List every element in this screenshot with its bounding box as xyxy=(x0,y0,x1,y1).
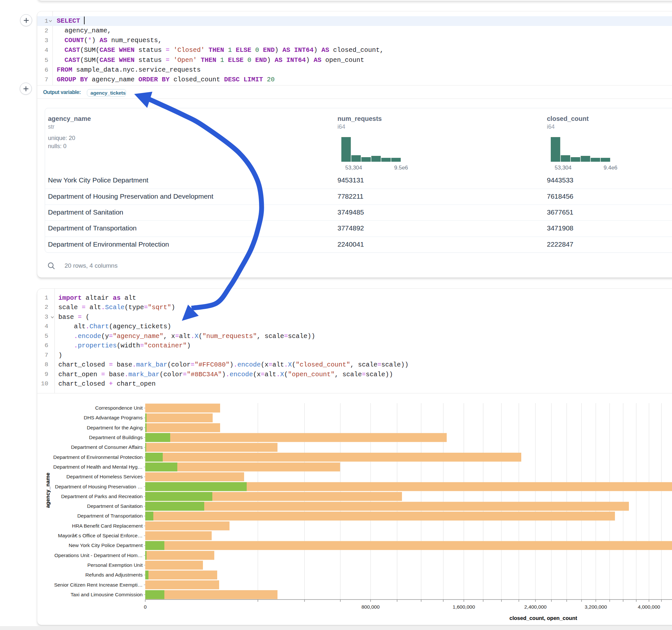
svg-text:Department of Health and Menta: Department of Health and Mental Hyg… xyxy=(53,464,143,469)
svg-text:Department of Parks and Recrea: Department of Parks and Recreation xyxy=(61,493,143,499)
svg-text:New York City Police Departmen: New York City Police Department xyxy=(69,542,143,548)
svg-text:Taxi and Limousine Commission: Taxi and Limousine Commission xyxy=(71,592,143,597)
svg-text:1,600,000: 1,600,000 xyxy=(453,604,475,610)
svg-text:Personal Exemption Unit: Personal Exemption Unit xyxy=(87,562,143,568)
svg-text:Senior Citizen Rent Increase E: Senior Citizen Rent Increase Exempti… xyxy=(54,582,143,587)
svg-text:DHS Advantage Programs: DHS Advantage Programs xyxy=(83,415,143,420)
svg-text:closed_count, open_count: closed_count, open_count xyxy=(509,615,577,621)
svg-text:Department of Consumer Affairs: Department of Consumer Affairs xyxy=(71,444,143,450)
svg-text:Operations Unit - Department o: Operations Unit - Department of Hom… xyxy=(54,553,143,558)
svg-text:Department of Homeless Service: Department of Homeless Services xyxy=(67,474,143,479)
svg-text:800,000: 800,000 xyxy=(361,604,380,610)
svg-text:Correspondence Unit: Correspondence Unit xyxy=(95,405,143,411)
svg-text:Department of Sanitation: Department of Sanitation xyxy=(87,503,143,509)
svg-text:3,200,000: 3,200,000 xyxy=(584,604,607,610)
svg-text:agency_name: agency_name xyxy=(45,472,51,508)
svg-text:Department for the Aging: Department for the Aging xyxy=(87,425,143,430)
svg-text:Refunds and Adjustments: Refunds and Adjustments xyxy=(85,572,143,578)
svg-text:4,000,000: 4,000,000 xyxy=(638,604,660,610)
svg-text:HRA Benefit Card Replacement: HRA Benefit Card Replacement xyxy=(72,523,143,529)
svg-text:Mayorâ€ s Office of Special En: Mayorâ€ s Office of Special Enforce… xyxy=(58,533,143,538)
svg-text:Department of Buildings: Department of Buildings xyxy=(89,435,143,440)
svg-text:Department of Housing Preserva: Department of Housing Preservation … xyxy=(55,484,143,489)
svg-text:Department of Transportation: Department of Transportation xyxy=(77,513,143,518)
svg-text:0: 0 xyxy=(144,604,147,610)
svg-text:2,400,000: 2,400,000 xyxy=(524,604,547,610)
svg-text:Department of Environmental Pr: Department of Environmental Protection xyxy=(53,454,143,460)
